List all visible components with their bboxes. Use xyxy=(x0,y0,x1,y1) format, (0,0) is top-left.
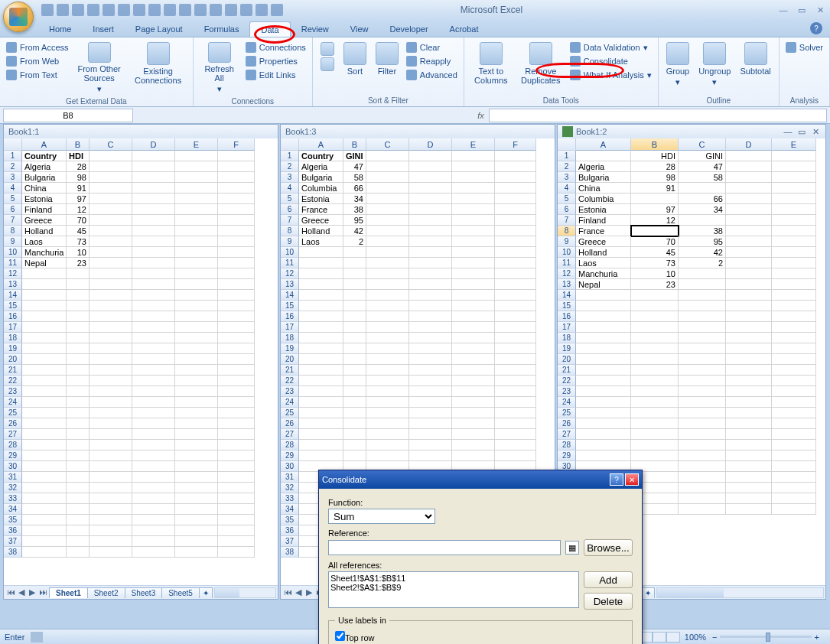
cell[interactable] xyxy=(409,279,452,290)
cell[interactable] xyxy=(726,354,772,365)
consolidate-button[interactable]: Consolidate xyxy=(568,54,653,68)
cell[interactable]: Finland xyxy=(22,204,67,215)
row-header[interactable]: 14 xyxy=(4,290,22,301)
cell[interactable]: 97 xyxy=(631,204,679,215)
cell[interactable] xyxy=(90,215,132,226)
cell[interactable] xyxy=(495,429,536,440)
qat-icon[interactable] xyxy=(179,4,191,16)
cell[interactable] xyxy=(22,547,67,558)
select-all-corner[interactable] xyxy=(281,138,299,151)
cell[interactable] xyxy=(175,515,218,525)
cell[interactable] xyxy=(175,547,218,558)
cell[interactable] xyxy=(218,215,255,226)
cell[interactable]: France xyxy=(576,226,631,236)
cell[interactable] xyxy=(452,311,495,322)
dialog-close-icon[interactable]: ✕ xyxy=(625,473,639,486)
cell[interactable] xyxy=(726,301,772,311)
cell[interactable] xyxy=(175,343,218,354)
cell[interactable] xyxy=(772,429,816,440)
cell[interactable]: Estonia xyxy=(576,204,631,215)
row-header[interactable]: 10 xyxy=(558,247,576,258)
cell[interactable] xyxy=(772,365,816,376)
zoom-out-icon[interactable]: − xyxy=(712,633,717,642)
cell[interactable] xyxy=(452,258,495,268)
cell[interactable] xyxy=(218,418,255,429)
cell[interactable] xyxy=(576,333,631,343)
cell[interactable] xyxy=(343,397,366,408)
qat-icon[interactable] xyxy=(240,4,252,16)
column-header[interactable]: D xyxy=(726,138,772,151)
row-header[interactable]: 38 xyxy=(4,547,22,558)
restore-icon[interactable]: ▭ xyxy=(795,4,809,16)
cell[interactable] xyxy=(175,258,218,268)
cell[interactable] xyxy=(299,343,343,354)
cell[interactable] xyxy=(175,322,218,333)
cell[interactable] xyxy=(175,397,218,408)
cell[interactable] xyxy=(132,161,175,172)
row-header[interactable]: 1 xyxy=(281,151,299,161)
cell[interactable] xyxy=(495,247,536,258)
cell[interactable] xyxy=(726,343,772,354)
cell[interactable] xyxy=(132,472,175,483)
cell[interactable] xyxy=(132,397,175,408)
cell[interactable] xyxy=(343,311,366,322)
row-header[interactable]: 15 xyxy=(558,301,576,311)
sheet-tab[interactable]: Sheet2 xyxy=(87,587,125,598)
cell[interactable]: Laos xyxy=(22,236,67,247)
cell[interactable] xyxy=(679,376,726,386)
row-header[interactable]: 30 xyxy=(281,461,299,472)
cell[interactable] xyxy=(90,418,132,429)
cell[interactable] xyxy=(452,301,495,311)
cell[interactable] xyxy=(772,472,816,483)
cell[interactable] xyxy=(495,290,536,301)
cell[interactable] xyxy=(175,493,218,504)
row-header[interactable]: 26 xyxy=(281,418,299,429)
cell[interactable] xyxy=(772,194,816,204)
cell[interactable] xyxy=(679,493,726,504)
row-header[interactable]: 1 xyxy=(558,151,576,161)
minimize-icon[interactable]: — xyxy=(776,4,790,16)
qat-icon[interactable] xyxy=(271,4,283,16)
existing-connections-button[interactable]: Existing Connections xyxy=(129,41,188,96)
cell[interactable] xyxy=(175,440,218,450)
cell[interactable] xyxy=(631,418,679,429)
cell[interactable] xyxy=(576,376,631,386)
cell[interactable]: 34 xyxy=(343,194,366,204)
cell[interactable] xyxy=(175,536,218,547)
cell[interactable] xyxy=(495,236,536,247)
cell[interactable] xyxy=(452,172,495,183)
row-header[interactable]: 36 xyxy=(281,525,299,536)
cell[interactable]: Finland xyxy=(576,215,631,226)
cell[interactable] xyxy=(343,354,366,365)
cell[interactable] xyxy=(576,418,631,429)
cell[interactable] xyxy=(218,279,255,290)
cell[interactable] xyxy=(452,397,495,408)
cell[interactable]: 38 xyxy=(343,204,366,215)
connections-button[interactable]: Connections xyxy=(244,41,308,54)
cell[interactable] xyxy=(772,161,816,172)
cell[interactable]: Bulgaria xyxy=(22,172,67,183)
cell[interactable] xyxy=(22,354,67,365)
cell[interactable] xyxy=(576,440,631,450)
tab-home[interactable]: Home xyxy=(38,21,82,37)
cell[interactable]: Greece xyxy=(299,215,343,226)
sheet-nav-icon[interactable]: ⏮ xyxy=(282,587,293,597)
cell[interactable] xyxy=(132,504,175,515)
cell[interactable] xyxy=(218,204,255,215)
cell[interactable] xyxy=(67,268,90,279)
zoom-slider[interactable] xyxy=(720,636,811,638)
cell[interactable] xyxy=(132,483,175,493)
cell[interactable] xyxy=(175,226,218,236)
cell[interactable]: 12 xyxy=(631,215,679,226)
row-header[interactable]: 9 xyxy=(4,236,22,247)
cell[interactable] xyxy=(452,365,495,376)
column-header[interactable]: B xyxy=(343,138,366,151)
cell[interactable]: 45 xyxy=(67,226,90,236)
cell[interactable] xyxy=(343,429,366,440)
cell[interactable] xyxy=(22,301,67,311)
cell[interactable] xyxy=(90,515,132,525)
cell[interactable] xyxy=(679,483,726,493)
cell[interactable]: Country xyxy=(22,151,67,161)
row-header[interactable]: 28 xyxy=(4,440,22,450)
cell[interactable] xyxy=(576,354,631,365)
